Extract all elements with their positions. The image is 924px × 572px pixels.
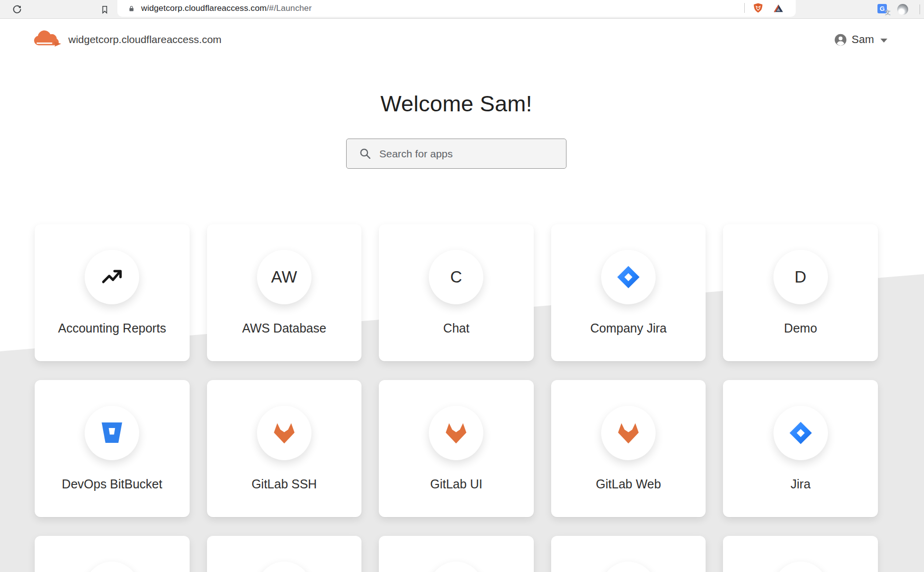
lock-icon bbox=[128, 5, 135, 12]
app-card-label: GitLab SSH bbox=[252, 477, 317, 491]
jira-icon bbox=[788, 421, 813, 445]
app-icon-circle bbox=[257, 406, 311, 460]
brand-domain: widgetcorp.cloudflareaccess.com bbox=[68, 34, 221, 46]
app-initials: AW bbox=[271, 268, 297, 286]
app-card[interactable]: Accounting Reports bbox=[35, 224, 190, 361]
cloudflare-access-launcher-page: widgetcorp.cloudflareaccess.com/#/Launch… bbox=[0, 0, 924, 572]
app-icon-circle: AW bbox=[257, 250, 311, 304]
app-card-label: Chat bbox=[443, 321, 469, 335]
app-card[interactable]: D Demo bbox=[723, 224, 878, 361]
app-card[interactable]: GitLab Web bbox=[551, 380, 706, 517]
app-card[interactable] bbox=[723, 536, 878, 572]
app-card[interactable]: AW AWS Database bbox=[207, 224, 362, 361]
app-icon-circle: C bbox=[429, 250, 483, 304]
app-card-label: Jira bbox=[791, 477, 811, 491]
app-card[interactable]: GitLab SSH bbox=[207, 380, 362, 517]
chevron-down-icon bbox=[880, 39, 887, 43]
welcome-heading: Welcome Sam! bbox=[35, 91, 878, 117]
app-icon-circle: D bbox=[773, 250, 828, 304]
app-card-label: AWS Database bbox=[242, 321, 326, 335]
app-initials: C bbox=[450, 268, 462, 286]
translate-icon[interactable]: G 文 bbox=[877, 4, 889, 16]
bat-triangle-icon[interactable] bbox=[772, 3, 784, 14]
user-avatar-icon bbox=[834, 33, 847, 47]
app-card-label: DevOps BitBucket bbox=[62, 477, 162, 491]
app-card[interactable]: DevOps BitBucket bbox=[35, 380, 190, 517]
app-grid: Accounting Reports AW AWS Database C Cha… bbox=[35, 224, 878, 572]
gitlab-icon bbox=[616, 422, 641, 445]
app-card[interactable]: Jira bbox=[723, 380, 878, 517]
app-initials: D bbox=[795, 268, 807, 286]
bitbucket-icon bbox=[100, 422, 124, 444]
app-icon-circle bbox=[257, 562, 311, 572]
app-icon-circle bbox=[601, 250, 656, 304]
app-card[interactable]: Company Jira bbox=[551, 224, 706, 361]
search-input[interactable] bbox=[346, 139, 566, 169]
url-text[interactable]: widgetcorp.cloudflareaccess.com/#/Launch… bbox=[141, 3, 311, 13]
app-icon-circle bbox=[773, 562, 828, 572]
address-bar[interactable]: widgetcorp.cloudflareaccess.com/#/Launch… bbox=[117, 0, 796, 17]
app-icon-circle bbox=[85, 562, 139, 572]
app-card-label: Company Jira bbox=[590, 321, 667, 335]
jira-icon bbox=[616, 265, 641, 289]
app-card[interactable] bbox=[379, 536, 534, 572]
address-bar-separator bbox=[744, 3, 745, 13]
reload-icon[interactable] bbox=[12, 4, 22, 14]
url-domain: widgetcorp.cloudflareaccess.com bbox=[141, 3, 267, 13]
app-card[interactable] bbox=[207, 536, 362, 572]
app-icon-circle bbox=[429, 406, 483, 460]
app-card[interactable] bbox=[35, 536, 190, 572]
app-card-label: Accounting Reports bbox=[58, 321, 166, 335]
app-card[interactable] bbox=[551, 536, 706, 572]
app-icon-circle bbox=[601, 406, 656, 460]
trend-icon bbox=[99, 264, 125, 290]
app-card[interactable]: GitLab UI bbox=[379, 380, 534, 517]
browser-toolbar: widgetcorp.cloudflareaccess.com/#/Launch… bbox=[0, 0, 924, 19]
app-card-label: GitLab UI bbox=[430, 477, 483, 491]
app-card-label: GitLab Web bbox=[596, 477, 661, 491]
gitlab-icon bbox=[271, 422, 297, 445]
search-box bbox=[346, 139, 566, 169]
user-menu[interactable]: Sam bbox=[834, 33, 887, 47]
app-icon-circle bbox=[85, 250, 139, 304]
gitlab-icon bbox=[443, 422, 469, 445]
app-card-label: Demo bbox=[784, 321, 817, 335]
user-name: Sam bbox=[852, 33, 874, 46]
url-path: /#/Launcher bbox=[267, 3, 312, 13]
translate-glyph: 文 bbox=[885, 8, 891, 17]
app-icon-circle bbox=[773, 406, 828, 460]
brave-shield-icon[interactable] bbox=[753, 2, 764, 13]
cloudflare-logo-icon bbox=[32, 30, 62, 49]
app-icon-circle bbox=[601, 562, 656, 572]
app-card[interactable]: C Chat bbox=[379, 224, 534, 361]
bookmark-icon[interactable] bbox=[100, 4, 109, 15]
profile-sphere-icon[interactable] bbox=[897, 4, 908, 15]
toolbar-separator bbox=[920, 4, 920, 14]
brand: widgetcorp.cloudflareaccess.com bbox=[32, 30, 221, 49]
site-header: widgetcorp.cloudflareaccess.com Sam bbox=[32, 28, 887, 51]
app-icon-circle bbox=[429, 562, 483, 572]
app-icon-circle bbox=[85, 406, 139, 460]
